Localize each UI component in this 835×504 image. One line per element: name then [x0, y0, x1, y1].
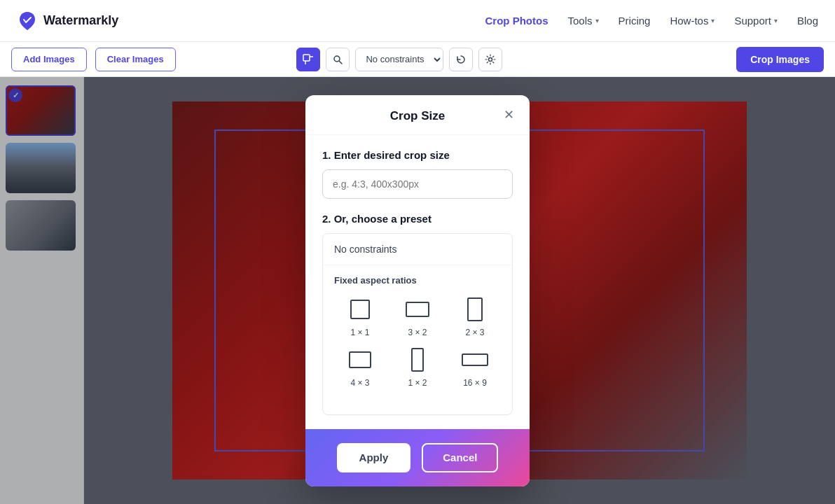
settings-icon — [485, 54, 496, 65]
preset-1x1-icon — [350, 300, 370, 319]
preset-16x9[interactable]: 16 × 9 — [449, 346, 501, 388]
preset-4x3-label: 4 × 3 — [350, 378, 369, 388]
svg-line-4 — [340, 61, 343, 64]
modal-footer: Apply Cancel — [305, 429, 530, 486]
preset-4x3-icon — [349, 351, 371, 368]
nav-crop-photos[interactable]: Crop Photos — [485, 15, 548, 27]
preset-16x9-icon — [462, 354, 488, 366]
modal-body: 1. Enter desired crop size 2. Or, choose… — [305, 135, 530, 429]
nav-blog[interactable]: Blog — [797, 15, 818, 27]
header: Watermarkly Crop Photos Tools ▾ Pricing … — [0, 0, 835, 42]
preset-3x2[interactable]: 3 × 2 — [392, 295, 443, 337]
preset-4x3[interactable]: 4 × 3 — [334, 346, 386, 388]
cancel-button[interactable]: Cancel — [422, 443, 498, 472]
preset-1x2-label: 1 × 2 — [408, 378, 427, 388]
fixed-aspect-title: Fixed aspect ratios — [334, 275, 501, 286]
main-area: ✓ Crop Size ✕ 1. Enter desired crop size… — [0, 77, 835, 504]
preset-container[interactable]: No constraints Fixed aspect ratios 1 × 1 — [322, 233, 513, 415]
svg-rect-0 — [303, 55, 310, 61]
apply-button[interactable]: Apply — [337, 443, 411, 472]
svg-point-3 — [334, 56, 340, 62]
tools-chevron-icon: ▾ — [595, 17, 599, 24]
crop-size-modal: Crop Size ✕ 1. Enter desired crop size 2… — [305, 95, 530, 486]
preset-16x9-label: 16 × 9 — [463, 378, 487, 388]
search-icon-button[interactable] — [326, 48, 350, 71]
settings-icon-button[interactable] — [478, 48, 502, 71]
preset-2x3-label: 2 × 3 — [465, 328, 484, 337]
search-icon — [333, 55, 343, 64]
preset-3x2-icon — [406, 302, 429, 317]
preset-1x2-icon-wrapper — [403, 346, 432, 374]
preset-1x2-icon — [411, 348, 424, 372]
preset-1x1-label: 1 × 1 — [350, 328, 369, 337]
nav-pricing[interactable]: Pricing — [619, 15, 651, 27]
rotate-icon-button[interactable] — [449, 48, 473, 71]
modal-section2-title: 2. Or, choose a preset — [322, 213, 513, 225]
preset-3x2-icon-wrapper — [403, 295, 432, 323]
main-nav: Crop Photos Tools ▾ Pricing How-tos ▾ Su… — [485, 15, 818, 27]
preset-1x2[interactable]: 1 × 2 — [392, 346, 443, 388]
modal-header: Crop Size ✕ — [305, 95, 530, 135]
preset-2x3-icon — [467, 298, 483, 321]
modal-title: Crop Size — [390, 109, 445, 123]
fixed-aspect-section: Fixed aspect ratios 1 × 1 — [323, 265, 512, 398]
toolbar: Add Images Clear Images No constraints — [0, 42, 835, 77]
preset-4x3-icon-wrapper — [346, 346, 374, 374]
svg-point-5 — [489, 57, 492, 61]
logo-text: Watermarkly — [43, 13, 118, 28]
nav-how-tos[interactable]: How-tos ▾ — [670, 15, 715, 27]
logo[interactable]: Watermarkly — [17, 10, 118, 31]
support-chevron-icon: ▾ — [774, 17, 778, 24]
nav-tools[interactable]: Tools ▾ — [568, 15, 599, 27]
preset-2x3[interactable]: 2 × 3 — [449, 295, 501, 337]
preset-16x9-icon-wrapper — [461, 346, 489, 374]
modal-section1-title: 1. Enter desired crop size — [322, 149, 513, 161]
toolbar-center-controls: No constraints — [296, 48, 502, 71]
crop-icon-button[interactable] — [296, 48, 320, 71]
preset-1x1[interactable]: 1 × 1 — [334, 295, 386, 337]
clear-images-button[interactable]: Clear Images — [95, 48, 176, 71]
crop-size-input[interactable] — [322, 169, 513, 199]
modal-close-button[interactable]: ✕ — [499, 105, 518, 125]
preset-1x1-icon-wrapper — [346, 295, 374, 323]
rotate-icon — [455, 54, 467, 65]
constraints-select[interactable]: No constraints — [355, 48, 443, 71]
aspect-grid: 1 × 1 3 × 2 — [334, 295, 501, 388]
modal-overlay: Crop Size ✕ 1. Enter desired crop size 2… — [0, 77, 835, 504]
add-images-button[interactable]: Add Images — [11, 48, 87, 71]
crop-icon — [303, 54, 314, 65]
preset-3x2-label: 3 × 2 — [408, 328, 427, 337]
nav-support[interactable]: Support ▾ — [734, 15, 778, 27]
no-constraints-item[interactable]: No constraints — [323, 234, 512, 265]
how-tos-chevron-icon: ▾ — [711, 17, 715, 24]
logo-icon — [17, 10, 38, 31]
crop-images-button[interactable]: Crop Images — [736, 47, 824, 72]
preset-2x3-icon-wrapper — [461, 295, 489, 323]
